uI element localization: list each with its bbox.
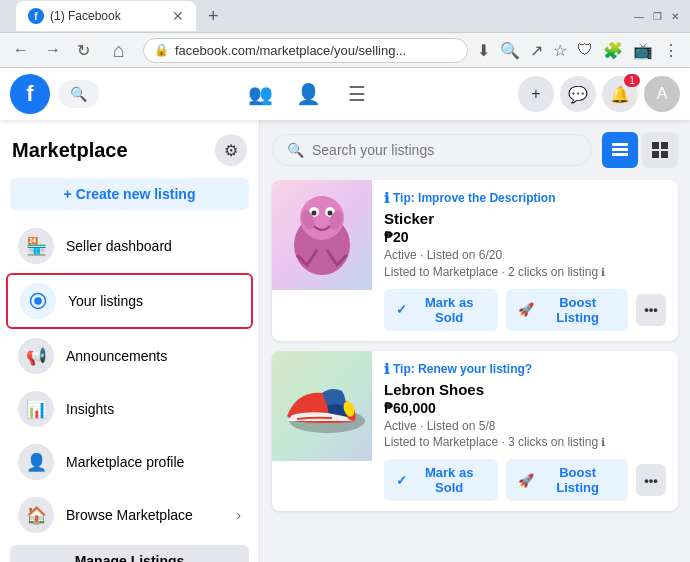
listing-meta-line1-sticker: Active · Listed on 6/20 bbox=[384, 248, 502, 262]
grid-view-button[interactable] bbox=[642, 132, 678, 168]
svg-rect-5 bbox=[652, 142, 659, 149]
url-text: facebook.com/marketplace/you/selling... bbox=[175, 43, 457, 58]
tab-search-icon[interactable]: 🔍 bbox=[497, 38, 523, 63]
sticker-image-placeholder bbox=[272, 180, 372, 290]
forward-button[interactable]: → bbox=[40, 39, 66, 61]
listing-info-shoes: ℹ Tip: Renew your listing? Lebron Shoes … bbox=[372, 351, 678, 512]
manage-listings-button[interactable]: Manage Listings bbox=[10, 545, 249, 562]
address-bar[interactable]: 🔒 facebook.com/marketplace/you/selling..… bbox=[143, 38, 468, 63]
listing-tip-shoes: ℹ Tip: Renew your listing? bbox=[384, 361, 666, 377]
create-listing-button[interactable]: + Create new listing bbox=[10, 178, 249, 210]
listing-tip-sticker: ℹ Tip: Improve the Description bbox=[384, 190, 666, 206]
facebook-logo: f bbox=[10, 74, 50, 114]
tip-text-shoes: Tip: Renew your listing? bbox=[393, 362, 532, 376]
seller-dashboard-label: Seller dashboard bbox=[66, 238, 241, 254]
back-button[interactable]: ← bbox=[8, 39, 34, 61]
your-listings-label: Your listings bbox=[68, 293, 239, 309]
browse-marketplace-chevron: › bbox=[236, 507, 241, 523]
nav-people-icon[interactable]: 👥 bbox=[239, 72, 283, 116]
home-button[interactable]: ⌂ bbox=[101, 32, 137, 68]
search-icon: 🔍 bbox=[70, 86, 87, 102]
share-icon[interactable]: ↗ bbox=[527, 38, 546, 63]
browser-tab[interactable]: f (1) Facebook ✕ bbox=[16, 1, 196, 31]
tip-icon-shoes: ℹ bbox=[384, 361, 389, 377]
toolbar-actions: ⬇ 🔍 ↗ ☆ 🛡 🧩 📺 ⋮ bbox=[474, 38, 682, 63]
listing-price-sticker: ₱20 bbox=[384, 229, 666, 245]
window-controls: — ❐ ✕ bbox=[632, 9, 682, 23]
sidebar-item-browse-marketplace[interactable]: 🏠 Browse Marketplace › bbox=[6, 489, 253, 541]
listing-info-icon-shoes: ℹ bbox=[601, 436, 605, 448]
facebook-search[interactable]: 🔍 bbox=[58, 80, 99, 108]
listings-search-box[interactable]: 🔍 bbox=[272, 134, 592, 166]
nav-friends-icon[interactable]: 👤 bbox=[287, 72, 331, 116]
view-toggle bbox=[602, 132, 678, 168]
browser-titlebar: f (1) Facebook ✕ + — ❐ ✕ bbox=[0, 0, 690, 32]
svg-rect-2 bbox=[612, 143, 628, 146]
download-icon[interactable]: ⬇ bbox=[474, 38, 493, 63]
boost-button-shoes[interactable]: 🚀 Boost Listing bbox=[506, 459, 628, 501]
listing-meta-line2-sticker: Listed to Marketplace · 2 clicks on list… bbox=[384, 265, 598, 279]
facebook-nav-right: + 💬 🔔 1 A bbox=[518, 76, 680, 112]
refresh-button[interactable]: ↻ bbox=[72, 39, 95, 62]
listing-info-sticker: ℹ Tip: Improve the Description Sticker ₱… bbox=[372, 180, 678, 341]
listing-image-sticker bbox=[272, 180, 372, 290]
list-view-button[interactable] bbox=[602, 132, 638, 168]
notification-badge: 1 bbox=[624, 74, 640, 87]
sidebar-item-seller-dashboard[interactable]: 🏪 Seller dashboard bbox=[6, 220, 253, 272]
browser-tabs: f (1) Facebook ✕ + bbox=[8, 1, 235, 31]
more-options-button-shoes[interactable]: ••• bbox=[636, 464, 666, 496]
cast-icon[interactable]: 📺 bbox=[630, 38, 656, 63]
maximize-button[interactable]: ❐ bbox=[650, 9, 664, 23]
nav-menu-icon[interactable]: ☰ bbox=[335, 72, 379, 116]
sidebar-item-marketplace-profile[interactable]: 👤 Marketplace profile bbox=[6, 436, 253, 488]
mark-sold-button-sticker[interactable]: ✓ Mark as Sold bbox=[384, 289, 498, 331]
listing-actions-shoes: ✓ Mark as Sold 🚀 Boost Listing ••• bbox=[384, 459, 666, 501]
your-listings-icon bbox=[20, 283, 56, 319]
svg-rect-8 bbox=[661, 151, 668, 158]
sidebar-header: Marketplace ⚙ bbox=[0, 130, 259, 174]
svg-rect-7 bbox=[652, 151, 659, 158]
sidebar-gear-button[interactable]: ⚙ bbox=[215, 134, 247, 166]
extensions-icon[interactable]: 🧩 bbox=[600, 38, 626, 63]
tab-close-btn[interactable]: ✕ bbox=[172, 8, 184, 24]
listings-search-input[interactable] bbox=[312, 142, 577, 158]
announcements-label: Announcements bbox=[66, 348, 241, 364]
listing-meta-shoes: Active · Listed on 5/8 Listed to Marketp… bbox=[384, 418, 666, 452]
mark-sold-button-shoes[interactable]: ✓ Mark as Sold bbox=[384, 459, 498, 501]
sidebar-item-announcements[interactable]: 📢 Announcements bbox=[6, 330, 253, 382]
adblock-icon[interactable]: 🛡 bbox=[574, 38, 596, 63]
listing-info-icon-sticker: ℹ bbox=[601, 266, 605, 278]
browser-toolbar: ← → ↻ ⌂ 🔒 facebook.com/marketplace/you/s… bbox=[0, 32, 690, 68]
close-button[interactable]: ✕ bbox=[668, 9, 682, 23]
announcements-icon: 📢 bbox=[18, 338, 54, 374]
svg-rect-6 bbox=[661, 142, 668, 149]
more-options-button-sticker[interactable]: ••• bbox=[636, 294, 666, 326]
messenger-button[interactable]: 💬 bbox=[560, 76, 596, 112]
svg-rect-4 bbox=[612, 153, 628, 156]
listing-image-shoes bbox=[272, 351, 372, 461]
facebook-header: f 🔍 👥 👤 ☰ + 💬 🔔 1 A bbox=[0, 68, 690, 120]
sidebar-item-your-listings[interactable]: Your listings bbox=[6, 273, 253, 329]
avatar[interactable]: A bbox=[644, 76, 680, 112]
create-menu-button[interactable]: + bbox=[518, 76, 554, 112]
more-options-icon[interactable]: ⋮ bbox=[660, 38, 682, 63]
marketplace-profile-label: Marketplace profile bbox=[66, 454, 241, 470]
tab-title: (1) Facebook bbox=[50, 9, 121, 23]
checkmark-icon: ✓ bbox=[396, 302, 407, 317]
listing-meta-sticker: Active · Listed on 6/20 Listed to Market… bbox=[384, 247, 666, 281]
facebook-nav-center: 👥 👤 ☰ bbox=[239, 72, 379, 116]
listing-meta-line2-shoes: Listed to Marketplace · 3 clicks on list… bbox=[384, 435, 598, 449]
listing-meta-line1-shoes: Active · Listed on 5/8 bbox=[384, 419, 495, 433]
listings-search-icon: 🔍 bbox=[287, 142, 304, 158]
tip-text-sticker: Tip: Improve the Description bbox=[393, 191, 555, 205]
new-tab-button[interactable]: + bbox=[200, 2, 227, 31]
content-area: 🔍 bbox=[260, 120, 690, 562]
boost-button-sticker[interactable]: 🚀 Boost Listing bbox=[506, 289, 628, 331]
bookmark-icon[interactable]: ☆ bbox=[550, 38, 570, 63]
sidebar-item-insights[interactable]: 📊 Insights bbox=[6, 383, 253, 435]
svg-point-1 bbox=[34, 297, 42, 305]
notifications-button[interactable]: 🔔 1 bbox=[602, 76, 638, 112]
browse-marketplace-icon: 🏠 bbox=[18, 497, 54, 533]
minimize-button[interactable]: — bbox=[632, 9, 646, 23]
main-layout: Marketplace ⚙ + Create new listing 🏪 Sel… bbox=[0, 120, 690, 562]
